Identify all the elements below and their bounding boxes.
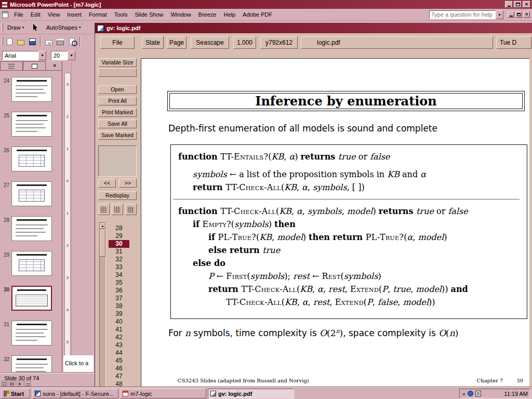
gv-date-button[interactable]: Tue D	[496, 36, 531, 49]
gv-page-number-31[interactable]: 31	[109, 248, 129, 256]
task-label: m7-logic	[130, 391, 152, 397]
print-preview-button[interactable]	[66, 36, 77, 47]
slide-thumbnail-32[interactable]	[11, 355, 52, 373]
gv-page-number-45[interactable]: 45	[109, 357, 129, 365]
toolbar-grip[interactable]	[2, 23, 3, 32]
autoshapes-menu-button[interactable]: AutoShapes ▾	[44, 23, 83, 32]
menu-item-edit[interactable]: Edit	[27, 10, 44, 19]
gv-page-number-38[interactable]: 38	[109, 302, 129, 310]
slide-thumbnail-31[interactable]	[11, 321, 52, 345]
slide-thumbnail-24[interactable]	[11, 77, 52, 102]
menu-item-adobe-pdf[interactable]: Adobe PDF	[239, 10, 276, 19]
close-button[interactable]: ×	[523, 1, 530, 8]
new-document-button[interactable]	[4, 36, 15, 47]
gv-page-number-40[interactable]: 40	[109, 318, 129, 326]
normal-view-button[interactable]	[1, 381, 8, 387]
gv-page-number-28[interactable]: 28	[109, 224, 129, 232]
tab-outline[interactable]	[0, 61, 23, 70]
minimize-button[interactable]	[505, 1, 513, 8]
gv-page-number-42[interactable]: 42	[109, 334, 129, 341]
open-folder-button[interactable]	[16, 36, 26, 47]
start-button[interactable]: Start	[1, 389, 30, 398]
email-button[interactable]	[44, 36, 54, 47]
gv-page-number-34[interactable]: 34	[109, 271, 129, 279]
gv-page-number-35[interactable]: 35	[109, 279, 129, 287]
gv-page-number-37[interactable]: 37	[109, 295, 129, 302]
gv-layout-toggle-1[interactable]	[98, 204, 110, 215]
menu-item-format[interactable]: Format	[85, 10, 111, 19]
gv-state-button[interactable]: State	[142, 36, 164, 49]
presentation-document-icon[interactable]	[2, 11, 8, 18]
close-pane-button[interactable]: ×	[51, 62, 58, 70]
gv-page-number-44[interactable]: 44	[109, 349, 129, 357]
menu-item-tools[interactable]: Tools	[111, 10, 131, 19]
doc-close-button[interactable]: ×	[523, 11, 530, 18]
slide-text-placeholder[interactable]: Click to a	[63, 355, 94, 372]
code-segment: , [ ])	[347, 182, 365, 192]
gv-page-button[interactable]: Page	[167, 36, 187, 49]
scrollbar-thumb[interactable]	[100, 230, 105, 257]
gv-pagelist-scrollbar[interactable]: ▲	[99, 222, 106, 387]
gv-page-number-29[interactable]: 29	[109, 232, 129, 240]
font-name-arrow-icon[interactable]: ▾	[38, 51, 46, 60]
taskbar-task-gv-logic-pdf[interactable]: gv: logic.pdf	[208, 389, 294, 398]
footer-chapter: Chapter 7	[477, 378, 503, 383]
gv-y792x612-button[interactable]: y792x612	[260, 36, 298, 49]
help-combo-arrow-icon[interactable]: ▾	[496, 10, 503, 19]
font-size-arrow-icon[interactable]: ▾	[68, 51, 75, 60]
taskbar-task-suna-default-f-secure[interactable]: suna - [default] - F-Secure...	[32, 389, 118, 398]
gv-page-number-41[interactable]: 41	[109, 326, 129, 334]
gv-titlebar[interactable]: gv: logic.pdf	[95, 23, 532, 33]
menu-item-breeze[interactable]: Breeze	[195, 10, 220, 19]
thumbnail-text-line	[16, 340, 37, 341]
doc-restore-button[interactable]	[515, 11, 522, 18]
slides-pane-tabs: ×	[0, 61, 62, 71]
slide-thumbnail-25[interactable]	[11, 112, 52, 137]
menu-item-help[interactable]: Help	[220, 10, 239, 19]
gv-page-number-36[interactable]: 36	[109, 287, 129, 295]
tab-slides[interactable]	[23, 61, 46, 70]
font-size-combo[interactable]: 20 ▾	[51, 51, 75, 60]
slide-subtitle: Depth-first enumeration of all models is…	[168, 123, 437, 134]
menu-item-slide-show[interactable]: Slide Show	[131, 10, 167, 19]
taskbar-task-m7-logic[interactable]: m7-logic	[120, 389, 206, 398]
print-button[interactable]	[55, 36, 65, 47]
gv-page-number-39[interactable]: 39	[109, 310, 129, 318]
gv-page-number-30[interactable]: 30	[109, 240, 129, 248]
menu-item-window[interactable]: Window	[167, 10, 194, 19]
gv-page-number-32[interactable]: 32	[109, 256, 129, 263]
hidden-icons-chevron[interactable]: «	[462, 391, 466, 397]
slideshow-view-button[interactable]	[17, 381, 23, 387]
complexity-segment: n	[336, 328, 339, 335]
restore-button[interactable]	[514, 1, 522, 8]
gv-filename-button[interactable]: logic.pdf	[301, 36, 493, 49]
scroll-up-icon[interactable]: ▲	[100, 223, 105, 229]
slide-thumbnail-29[interactable]	[11, 251, 52, 276]
font-name-combo[interactable]: Arial ▾	[2, 51, 46, 60]
slide-thumbnail-27[interactable]	[11, 181, 52, 206]
outline-view-button[interactable]	[24, 381, 31, 387]
gv-seascape-button[interactable]: Seascape	[191, 36, 229, 49]
menu-item-insert[interactable]: Insert	[63, 10, 85, 19]
save-button[interactable]	[27, 36, 37, 47]
gv-page-number-47[interactable]: 47	[109, 373, 129, 380]
toolbar-grip[interactable]	[2, 37, 3, 45]
slide-thumbnail-30[interactable]	[11, 286, 52, 311]
help-search-input[interactable]	[429, 10, 496, 19]
gv-1-000-button[interactable]: 1.000	[233, 36, 256, 49]
slide-thumbnail-26[interactable]	[11, 147, 52, 171]
standard-toolbar-icons	[4, 36, 82, 47]
draw-menu-button[interactable]: Draw ▾	[5, 23, 26, 32]
doc-minimize-button[interactable]	[508, 11, 514, 18]
gv-page-number-43[interactable]: 43	[109, 341, 129, 349]
select-objects-button[interactable]	[30, 23, 42, 32]
gv-page-number-46[interactable]: 46	[109, 365, 129, 373]
tray-icon-2[interactable]	[475, 391, 481, 396]
menu-item-file[interactable]: File	[10, 10, 27, 19]
tray-icon-1[interactable]	[468, 391, 473, 396]
slide-thumbnail-28[interactable]	[11, 216, 52, 241]
gv-page-number-48[interactable]: 48	[109, 380, 129, 387]
slide-sorter-view-button[interactable]	[9, 381, 16, 387]
gv-page-number-33[interactable]: 33	[109, 263, 129, 271]
menu-item-view[interactable]: View	[44, 10, 64, 19]
